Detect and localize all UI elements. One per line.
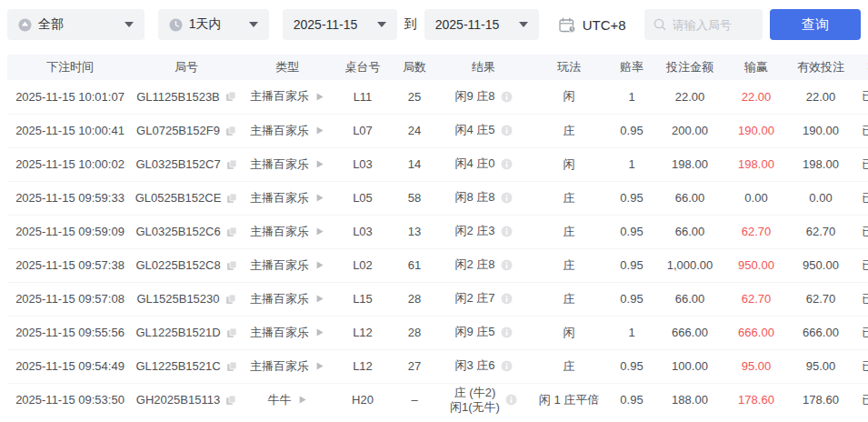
cell-win-loss-text: 178.60 (738, 393, 774, 407)
play-icon[interactable] (314, 361, 324, 371)
column-header-2: 类型 (240, 55, 334, 80)
timezone-indicator[interactable]: UTC+8 (559, 17, 626, 33)
play-icon[interactable] (314, 159, 324, 169)
cell-bet-time-text: 2025-11-15 09:59:09 (15, 225, 125, 238)
play-icon[interactable] (314, 126, 324, 136)
info-icon[interactable] (501, 327, 513, 338)
cell-bet-amount-text: 1,000.00 (667, 258, 713, 272)
cell-bet-time: 2025-11-15 09:59:33 (7, 181, 133, 215)
info-icon[interactable] (501, 259, 513, 271)
cell-bet-time-text: 2025-11-15 09:57:38 (15, 258, 125, 272)
play-icon[interactable] (314, 260, 324, 270)
cell-round-id-text: GL0525B152CE (135, 191, 222, 205)
cell-status: 已派彩 (854, 316, 868, 349)
cell-play-method-text: 庄 (564, 191, 575, 205)
info-icon[interactable] (501, 226, 513, 237)
info-icon[interactable] (501, 125, 513, 136)
chevron-down-icon (125, 22, 134, 27)
info-icon[interactable] (501, 192, 513, 204)
cell-bet-time: 2025-11-15 09:55:56 (7, 316, 133, 349)
cell-game-type: 主播百家乐 (240, 282, 334, 316)
copy-icon[interactable] (226, 159, 237, 170)
cell-game-type-text: 牛牛 (268, 392, 292, 408)
date-to-picker[interactable]: 2025-11-15 (424, 9, 539, 40)
cell-valid-bet-text: 950.00 (803, 258, 839, 272)
search-input[interactable] (673, 18, 753, 32)
play-icon[interactable] (314, 92, 324, 102)
cell-status: 已派彩 (854, 215, 868, 248)
cell-status-text: 已派彩 (863, 157, 868, 171)
cell-bet-amount: 66.00 (654, 181, 725, 215)
copy-icon[interactable] (226, 226, 237, 237)
calendar-clock-icon (559, 17, 576, 33)
cell-status: 已派彩 (854, 80, 868, 114)
info-icon[interactable] (501, 360, 513, 372)
cell-win-loss: 950.00 (725, 248, 787, 282)
game-filter-dropdown[interactable]: 全部 (7, 9, 145, 40)
cell-odds-text: 1 (628, 90, 634, 104)
cell-bet-amount-text: 22.00 (675, 90, 705, 104)
copy-icon[interactable] (226, 193, 237, 204)
cell-play-method: 闲 (529, 80, 609, 114)
copy-icon[interactable] (225, 294, 236, 305)
play-icon[interactable] (314, 226, 324, 236)
copy-icon[interactable] (226, 260, 237, 271)
cell-table-no: L03 (334, 147, 391, 181)
cell-play-method-text: 闲 (564, 326, 575, 339)
copy-icon[interactable] (225, 91, 236, 102)
info-icon[interactable] (501, 91, 513, 103)
cell-odds: 1 (609, 80, 654, 114)
cell-win-loss-text: 190.00 (738, 124, 774, 137)
cell-odds-text: 0.95 (620, 124, 643, 137)
cell-odds-text: 0.95 (620, 393, 643, 407)
cell-bet-amount: 22.00 (654, 80, 725, 114)
cell-round-id: GL1125B1523B (133, 80, 240, 114)
info-icon[interactable] (501, 158, 513, 170)
info-icon[interactable] (505, 394, 517, 406)
query-button[interactable]: 查询 (770, 9, 861, 40)
cell-round-id: GL0525B152CE (133, 181, 240, 215)
cell-table-no-text: L12 (353, 326, 373, 339)
cell-valid-bet: 178.60 (787, 383, 854, 417)
play-icon[interactable] (314, 193, 324, 203)
cell-bet-time: 2025-11-15 09:53:50 (7, 383, 133, 417)
date-from-picker[interactable]: 2025-11-15 (283, 9, 397, 40)
cell-bet-time-text: 2025-11-15 09:59:33 (15, 191, 125, 205)
copy-icon[interactable] (225, 126, 236, 136)
cell-result-text: 闲2 庄7 (454, 291, 494, 306)
cell-game-type-text: 主播百家乐 (250, 156, 309, 173)
cell-status: 已派彩 (854, 114, 868, 147)
date-to-value: 2025-11-15 (435, 17, 500, 32)
cell-round-count: 14 (391, 147, 438, 181)
date-range-group: 2025-11-15 到 2025-11-15 (283, 9, 539, 40)
filter-toolbar: 全部 1天内 2025-11-15 到 2025-11-15 UTC+8 查询 (7, 9, 861, 40)
cell-result-text: 闲9 庄8 (454, 89, 494, 104)
info-icon[interactable] (501, 293, 513, 305)
cell-valid-bet: 190.00 (787, 114, 854, 147)
cell-round-id-text: GL1525B15230 (136, 292, 219, 306)
cell-round-count-text: 24 (408, 124, 421, 137)
copy-icon[interactable] (226, 327, 237, 338)
cell-table-no: L02 (334, 248, 391, 282)
cell-result-text: 闲2 庄8 (454, 257, 494, 272)
cell-round-id: GL0325B152C6 (133, 215, 240, 248)
cell-valid-bet-text: 198.00 (803, 157, 839, 171)
play-icon[interactable] (297, 395, 307, 405)
cell-table-no: L12 (334, 316, 391, 349)
cell-table-no-text: H20 (352, 393, 374, 407)
cell-status: 已派彩 (854, 282, 868, 316)
cell-result: 闲9 庄5 (438, 316, 529, 349)
play-icon[interactable] (314, 327, 324, 337)
cell-bet-amount-text: 198.00 (672, 157, 708, 171)
cell-play-method: 庄 (529, 349, 609, 383)
cell-win-loss-text: 95.00 (742, 359, 772, 373)
cell-play-method-text: 闲 (564, 157, 575, 171)
table-row: 2025-11-15 10:00:02GL0325B152C7主播百家乐L031… (7, 147, 868, 181)
copy-icon[interactable] (225, 395, 236, 406)
copy-icon[interactable] (226, 361, 237, 372)
column-header-0: 下注时间 (7, 55, 133, 80)
play-icon[interactable] (314, 294, 324, 304)
time-range-dropdown[interactable]: 1天内 (158, 9, 269, 40)
cell-bet-amount: 188.00 (654, 383, 725, 417)
cell-result-text: 闲4 庄5 (454, 123, 494, 137)
